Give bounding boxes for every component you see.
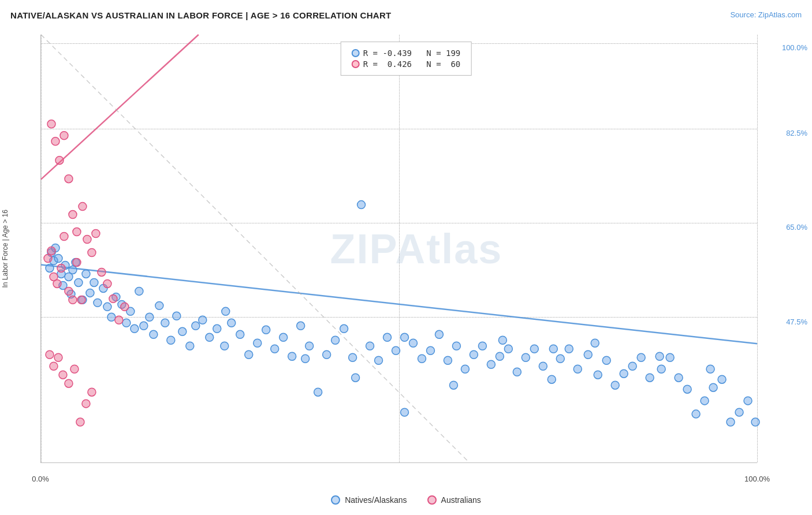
svg-point-103 — [744, 397, 752, 405]
svg-point-123 — [73, 258, 81, 266]
svg-point-136 — [98, 268, 106, 276]
svg-point-37 — [178, 327, 187, 335]
legend-row-blue: R = -0.439 N = 199 — [352, 48, 461, 58]
svg-point-62 — [383, 333, 392, 341]
svg-point-46 — [245, 350, 253, 359]
svg-point-50 — [280, 333, 288, 341]
svg-point-70 — [452, 342, 460, 350]
svg-point-141 — [46, 350, 54, 359]
svg-point-49 — [271, 345, 279, 353]
svg-point-125 — [47, 120, 55, 128]
svg-point-118 — [53, 279, 61, 288]
y-tick-label-825: 82.5% — [786, 129, 807, 137]
svg-point-61 — [375, 356, 383, 364]
svg-point-67 — [426, 346, 434, 354]
svg-point-57 — [340, 324, 348, 333]
svg-point-127 — [55, 156, 64, 165]
svg-point-140 — [121, 303, 129, 311]
svg-point-75 — [496, 352, 504, 360]
svg-point-142 — [50, 362, 58, 370]
svg-point-135 — [92, 230, 100, 238]
svg-point-86 — [594, 371, 602, 379]
svg-point-18 — [86, 289, 94, 297]
svg-point-122 — [69, 296, 77, 304]
svg-point-149 — [88, 388, 96, 396]
svg-point-33 — [155, 301, 163, 309]
svg-point-71 — [461, 365, 469, 373]
svg-point-104 — [751, 418, 759, 426]
svg-point-36 — [173, 312, 181, 320]
svg-point-113 — [655, 352, 664, 360]
svg-point-77 — [513, 368, 521, 376]
chart-area: ZIPAtlas — [40, 35, 757, 463]
svg-point-66 — [418, 354, 426, 363]
svg-point-134 — [88, 249, 96, 257]
svg-point-58 — [349, 353, 357, 361]
svg-point-72 — [470, 350, 478, 359]
y-tick-label-475: 47.5% — [786, 318, 807, 326]
svg-point-26 — [122, 319, 131, 327]
svg-point-84 — [573, 365, 582, 373]
svg-point-44 — [228, 319, 236, 327]
svg-point-144 — [59, 371, 67, 379]
svg-point-138 — [109, 294, 117, 303]
svg-point-40 — [199, 316, 207, 324]
svg-point-23 — [107, 313, 116, 321]
svg-point-15 — [75, 278, 83, 286]
svg-point-51 — [288, 352, 296, 360]
svg-point-120 — [60, 233, 68, 241]
svg-point-80 — [539, 362, 547, 370]
svg-point-83 — [565, 345, 573, 353]
svg-point-132 — [79, 203, 87, 211]
svg-point-143 — [54, 353, 62, 361]
svg-point-82 — [556, 354, 564, 363]
svg-point-93 — [657, 365, 665, 373]
svg-point-87 — [602, 356, 610, 364]
svg-point-101 — [727, 418, 735, 426]
svg-point-69 — [444, 356, 452, 364]
y-axis-label: In Labor Force | Age > 16 — [0, 35, 10, 463]
svg-point-92 — [646, 374, 654, 382]
svg-point-131 — [73, 228, 81, 236]
svg-point-34 — [161, 319, 169, 327]
svg-point-53 — [306, 342, 314, 350]
bottom-label-pink: Australians — [441, 495, 481, 505]
svg-point-55 — [323, 350, 331, 359]
svg-point-147 — [76, 418, 84, 426]
bottom-label-blue: Natives/Alaskans — [345, 495, 407, 505]
svg-point-124 — [77, 296, 85, 304]
svg-line-1 — [41, 35, 199, 180]
svg-point-116 — [47, 247, 55, 255]
legend-text-blue: R = -0.439 N = 199 — [363, 48, 461, 58]
bottom-legend-pink: Australians — [427, 495, 481, 505]
svg-point-129 — [65, 175, 73, 183]
svg-point-64 — [400, 408, 408, 416]
svg-point-139 — [115, 316, 123, 324]
svg-point-54 — [314, 388, 322, 396]
legend-box: R = -0.439 N = 199 R = 0.426 N = 60 — [341, 42, 472, 76]
svg-point-73 — [478, 342, 486, 350]
svg-point-146 — [70, 365, 79, 373]
svg-point-43 — [221, 342, 229, 350]
y-tick-label-100: 100.0% — [782, 43, 807, 52]
svg-point-133 — [83, 236, 91, 244]
svg-line-0 — [41, 264, 757, 344]
svg-point-81 — [547, 375, 556, 383]
svg-point-5 — [46, 264, 54, 272]
svg-point-105 — [222, 307, 230, 315]
x-tick-label-0: 0.0% — [32, 475, 49, 483]
svg-point-35 — [167, 336, 175, 344]
legend-dot-blue — [352, 49, 360, 57]
svg-point-85 — [584, 350, 592, 359]
svg-point-56 — [331, 336, 340, 344]
svg-line-2 — [41, 35, 469, 462]
svg-point-48 — [262, 326, 270, 334]
svg-point-137 — [103, 279, 111, 288]
y-tick-label-65: 65.0% — [786, 223, 807, 232]
svg-point-29 — [135, 287, 143, 295]
source-label: Source: ZipAtlas.com — [730, 10, 802, 19]
svg-point-52 — [297, 322, 305, 330]
svg-point-126 — [51, 137, 59, 145]
bottom-dot-blue — [331, 495, 340, 505]
svg-point-111 — [549, 345, 557, 353]
